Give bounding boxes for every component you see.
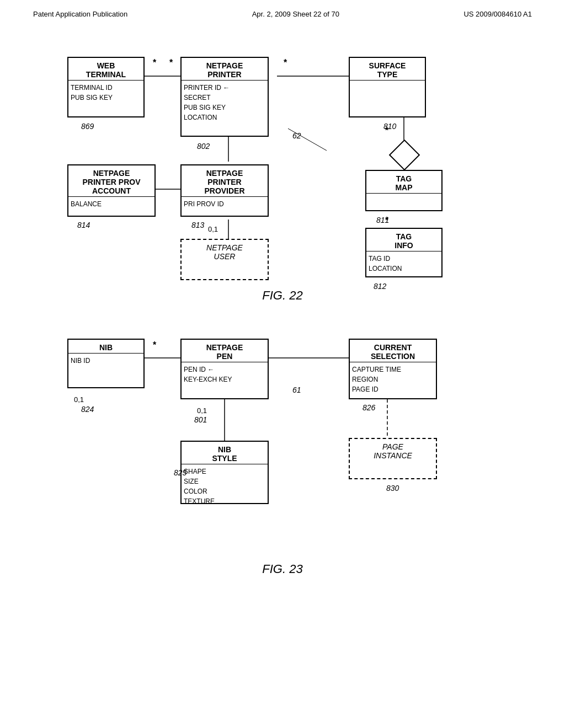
np-printer-provider-title: NETPAGEPRINTERPROVIDER — [182, 165, 268, 197]
fig23-diagram: NIB NIB ID 0,1 824 * NETPAGEPEN PEN ID ←… — [34, 314, 531, 556]
netpage-printer-title: NETPAGEPRINTER — [182, 58, 268, 81]
nib-fields: NIB ID — [68, 354, 143, 368]
nib-style-id: 825 — [174, 468, 186, 477]
current-selection-title: CURRENTSELECTION — [350, 340, 436, 362]
fig23-area: NIB NIB ID 0,1 824 * NETPAGEPEN PEN ID ←… — [0, 314, 565, 576]
nib-style-box: NIBSTYLE SHAPESIZECOLORTEXTURE — [180, 441, 269, 504]
num-01-fig22: 0,1 — [208, 225, 218, 233]
tag-map-title: TAGMAP — [366, 171, 441, 194]
page-instance-box: PAGEINSTANCE — [349, 438, 437, 479]
page-instance-id: 830 — [386, 484, 399, 493]
fig22-label: FIG. 22 — [33, 288, 532, 303]
current-selection-fields: CAPTURE TIMEREGIONPAGE ID — [350, 362, 436, 397]
netpage-pen-box: NETPAGEPEN PEN ID ←KEY-EXCH KEY — [180, 339, 269, 399]
netpage-pen-fields: PEN ID ←KEY-EXCH KEY — [182, 362, 268, 387]
netpage-pen-title: NETPAGEPEN — [182, 340, 268, 362]
tag-info-id: 812 — [374, 282, 386, 291]
np-printer-provider-box: NETPAGEPRINTERPROVIDER PRI PROV ID — [180, 164, 269, 217]
current-selection-box: CURRENTSELECTION CAPTURE TIMEREGIONPAGE … — [349, 339, 437, 399]
web-terminal-fields: TERMINAL IDPUB SIG KEY — [68, 81, 143, 105]
current-selection-id: 826 — [363, 403, 375, 412]
pen-01: 0,1 — [197, 406, 207, 415]
header-right: US 2009/0084610 A1 — [463, 10, 532, 18]
web-terminal-title: WEBTERMINAL — [68, 58, 143, 81]
nib-01: 0,1 — [74, 395, 84, 404]
np-printer-provider-id: 813 — [191, 221, 204, 229]
tag-map-box: TAGMAP — [365, 170, 443, 211]
star-np-surf: * — [284, 58, 287, 68]
header-center: Apr. 2, 2009 Sheet 22 of 70 — [252, 10, 339, 18]
num-61: 61 — [292, 386, 301, 394]
surface-type-title: SURFACETYPE — [350, 58, 425, 81]
np-printer-provider-fields: PRI PROV ID — [182, 197, 268, 211]
nib-id-label: 824 — [81, 405, 94, 414]
tag-info-fields: TAG IDLOCATION — [366, 251, 441, 276]
page-header: Patent Application Publication Apr. 2, 2… — [0, 0, 565, 24]
netpage-pen-id: 801 — [194, 415, 207, 424]
num-62: 62 — [292, 131, 301, 140]
tag-map-diamond — [389, 140, 420, 171]
tag-info-title: TAGINFO — [366, 229, 441, 251]
netpage-user-title: NETPAGEUSER — [182, 240, 268, 262]
netpage-printer-id: 802 — [197, 142, 210, 151]
header-left: Patent Application Publication — [33, 10, 127, 18]
surface-type-box: SURFACETYPE — [349, 57, 426, 117]
star-nib-pen: * — [153, 340, 156, 350]
nib-title: NIB — [68, 340, 143, 354]
np-prov-account-title: NETPAGEPRINTER PROVACCOUNT — [68, 165, 154, 197]
tag-info-box: TAGINFO TAG IDLOCATION — [365, 228, 443, 277]
star-wt-left: * — [153, 58, 156, 68]
np-prov-account-box: NETPAGEPRINTER PROVACCOUNT BALANCE — [67, 164, 156, 217]
nib-box: NIB NIB ID — [67, 339, 145, 388]
page-instance-title: PAGEINSTANCE — [350, 439, 436, 461]
star-tagmap-down: * — [385, 216, 388, 226]
fig22-area: WEBTERMINAL TERMINAL IDPUB SIG KEY 869 *… — [0, 24, 565, 303]
web-terminal-id: 869 — [81, 122, 94, 131]
star-wt-right: * — [169, 58, 173, 68]
netpage-printer-box: NETPAGEPRINTER PRINTER ID ←SECRETPUB SIG… — [180, 57, 269, 137]
np-prov-account-id: 814 — [77, 221, 90, 229]
star-surf-down: * — [385, 126, 388, 136]
nib-style-fields: SHAPESIZECOLORTEXTURE — [182, 464, 268, 508]
nib-style-title: NIBSTYLE — [182, 442, 268, 464]
netpage-user-box: NETPAGEUSER — [180, 239, 269, 280]
fig23-label: FIG. 23 — [33, 562, 532, 576]
np-prov-account-fields: BALANCE — [68, 197, 154, 211]
netpage-printer-fields: PRINTER ID ←SECRETPUB SIG KEYLOCATION — [182, 81, 268, 125]
fig22-diagram: WEBTERMINAL TERMINAL IDPUB SIG KEY 869 *… — [34, 24, 531, 283]
web-terminal-box: WEBTERMINAL TERMINAL IDPUB SIG KEY — [67, 57, 145, 117]
